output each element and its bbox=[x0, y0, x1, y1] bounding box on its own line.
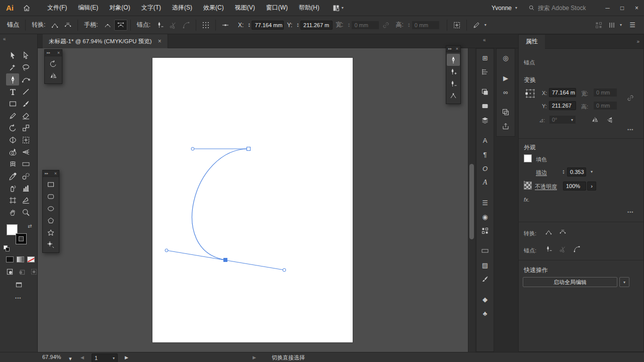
height-stepper[interactable]: ▴▾ bbox=[407, 23, 412, 28]
close-tab-icon[interactable]: × bbox=[158, 38, 162, 45]
menu-file[interactable]: 文件(F) bbox=[42, 4, 72, 12]
panel-button-character[interactable]: A bbox=[477, 133, 493, 147]
pen-path-curve[interactable] bbox=[192, 149, 249, 260]
tool-pen[interactable] bbox=[6, 73, 19, 85]
menu-type[interactable]: 文字(T) bbox=[136, 4, 167, 12]
tool-column-graph[interactable] bbox=[19, 182, 32, 194]
tool-mesh[interactable] bbox=[6, 158, 19, 170]
panel-button-attributes[interactable]: ◎ bbox=[498, 51, 514, 65]
panel-button-layers[interactable] bbox=[477, 113, 493, 127]
handle-end-point[interactable] bbox=[165, 249, 168, 252]
screen-mode-button[interactable] bbox=[13, 280, 24, 290]
tool-rectangle[interactable] bbox=[44, 178, 57, 191]
user-menu[interactable]: Yvonne ▾ bbox=[492, 5, 517, 12]
panel-button-symbols[interactable]: ◆ bbox=[477, 292, 493, 306]
flip-horizontal-button[interactable] bbox=[589, 115, 600, 125]
panel-button-paragraph[interactable]: ¶ bbox=[477, 147, 493, 161]
hide-handles-button[interactable] bbox=[101, 20, 114, 31]
panel-button-align[interactable] bbox=[477, 65, 493, 79]
tool-shape-builder[interactable] bbox=[6, 146, 19, 158]
fill-swatch[interactable] bbox=[524, 154, 532, 162]
tool-width[interactable] bbox=[6, 134, 19, 146]
tool-direct-selection[interactable] bbox=[19, 49, 32, 61]
reference-point-locator[interactable] bbox=[525, 88, 536, 99]
stroke-weight-dropdown[interactable]: ▾ bbox=[591, 169, 593, 174]
panel-button-color[interactable]: ◉ bbox=[477, 210, 493, 224]
menu-view[interactable]: 视图(V) bbox=[229, 4, 261, 12]
close-icon[interactable]: × bbox=[456, 46, 458, 51]
y-field[interactable]: 211.267 bbox=[549, 101, 576, 110]
tool-line-segment[interactable] bbox=[19, 85, 32, 98]
remove-anchor-button[interactable] bbox=[543, 244, 554, 254]
tool-rotate[interactable] bbox=[47, 58, 60, 70]
start-global-edit-button[interactable]: 启动全局编辑 bbox=[523, 277, 617, 287]
width-stepper[interactable]: ▴▾ bbox=[346, 23, 351, 28]
y-field[interactable]: 211.267 m bbox=[300, 21, 333, 30]
width-field[interactable]: 0 mm bbox=[593, 88, 617, 97]
panel-button-transparency[interactable]: ▨ bbox=[477, 258, 493, 272]
tool-type[interactable] bbox=[6, 85, 19, 98]
height-field[interactable]: 0 mm bbox=[593, 101, 617, 110]
panel-button-opentype[interactable]: O bbox=[477, 161, 493, 175]
opacity-swatch[interactable] bbox=[524, 182, 532, 190]
panel-button-swatches[interactable] bbox=[477, 224, 493, 238]
x-field[interactable]: 77.164 mm bbox=[252, 21, 284, 30]
next-artboard-button[interactable]: ▶ bbox=[125, 355, 128, 360]
menu-select[interactable]: 选择(S) bbox=[167, 4, 198, 12]
stylus-options-button[interactable] bbox=[470, 20, 483, 31]
constrain-link-icon[interactable] bbox=[626, 94, 634, 102]
width-field[interactable]: 0 mm bbox=[351, 21, 379, 30]
panel-button-libraries[interactable]: ♣ bbox=[477, 306, 493, 320]
x-field[interactable]: 77.164 m bbox=[549, 88, 576, 97]
tool-slice[interactable] bbox=[19, 194, 32, 206]
tool-curvature[interactable] bbox=[19, 73, 32, 85]
artboard-navigation-field[interactable]: 1▾ bbox=[92, 353, 118, 362]
convert-to-corner-button[interactable] bbox=[543, 227, 554, 237]
convert-to-smooth-button[interactable] bbox=[557, 227, 568, 237]
connect-endpoints-button[interactable] bbox=[180, 20, 193, 31]
tool-magic-wand[interactable] bbox=[6, 61, 19, 73]
tool-free-transform[interactable] bbox=[19, 134, 32, 146]
opacity-label[interactable]: 不透明度 bbox=[535, 183, 557, 191]
floating-panel-header[interactable]: ▸▸ × bbox=[43, 170, 59, 177]
document-tab[interactable]: 未标题-1* @ 67.94% (CMYK/GPU 预览) × bbox=[43, 34, 168, 48]
floating-panel-header[interactable]: ▸▸ × bbox=[446, 46, 460, 52]
menu-object[interactable]: 对象(O) bbox=[104, 4, 135, 12]
opacity-field[interactable]: 100% bbox=[563, 182, 586, 191]
transform-more-options-button[interactable]: ••• bbox=[627, 127, 633, 132]
edit-toolbar-button[interactable]: ••• bbox=[15, 296, 21, 301]
tool-pen[interactable] bbox=[447, 54, 460, 66]
zoom-level[interactable]: 67.94% bbox=[42, 354, 61, 360]
convert-to-corner-button[interactable] bbox=[48, 20, 61, 31]
height-field[interactable]: 0 mm bbox=[412, 21, 440, 30]
search-input[interactable] bbox=[538, 5, 592, 12]
flip-vertical-button[interactable] bbox=[604, 115, 615, 125]
tool-symbol-sprayer[interactable] bbox=[6, 182, 19, 194]
tool-flare[interactable] bbox=[44, 239, 57, 251]
transform-options-button[interactable] bbox=[450, 20, 463, 31]
fx-button[interactable]: fx. bbox=[524, 197, 530, 203]
y-stepper[interactable]: ▴▾ bbox=[295, 23, 300, 28]
convert-to-smooth-button[interactable] bbox=[61, 20, 74, 31]
minimize-button[interactable]: ─ bbox=[600, 0, 615, 16]
menu-edit[interactable]: 编辑(E) bbox=[72, 4, 104, 12]
scroll-left-icon[interactable]: ▶ bbox=[253, 355, 256, 360]
tool-ellipse[interactable] bbox=[44, 203, 57, 215]
vertical-scroll-thumb[interactable] bbox=[469, 164, 474, 239]
handle-end-point[interactable] bbox=[191, 147, 194, 150]
constrain-proportions-toggle[interactable] bbox=[379, 20, 392, 31]
flyout-icon[interactable]: ▸▸ bbox=[45, 171, 48, 175]
close-icon[interactable]: × bbox=[54, 171, 57, 176]
panel-button-actions[interactable]: ▶ bbox=[498, 71, 514, 85]
zoom-dropdown-icon[interactable]: ▾ bbox=[69, 355, 72, 362]
menu-effect[interactable]: 效果(C) bbox=[198, 4, 229, 12]
tool-rotate[interactable] bbox=[6, 122, 19, 134]
expand-panels-button[interactable]: « bbox=[483, 37, 486, 43]
vertical-scrollbar[interactable] bbox=[468, 48, 475, 352]
tool-artboard[interactable] bbox=[6, 194, 19, 206]
tool-eyedropper[interactable] bbox=[6, 170, 19, 182]
draw-normal-button[interactable] bbox=[4, 266, 15, 277]
panel-button-asset-export[interactable] bbox=[498, 119, 514, 133]
tool-hand[interactable] bbox=[6, 206, 19, 218]
swap-fill-stroke-button[interactable]: ⇄ bbox=[28, 223, 32, 229]
